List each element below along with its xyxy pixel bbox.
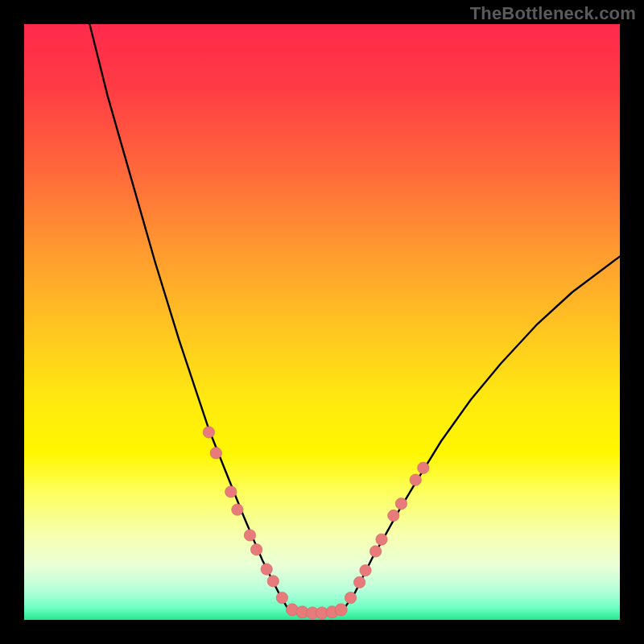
data-dot — [360, 564, 371, 576]
data-dot — [267, 576, 279, 587]
data-dot — [250, 543, 262, 555]
data-dot — [210, 448, 221, 459]
curve-svg — [24, 24, 620, 620]
data-dot — [232, 504, 243, 515]
data-dot — [410, 474, 421, 485]
data-dot — [203, 427, 214, 438]
data-dot — [418, 462, 429, 473]
data-dot — [276, 592, 287, 603]
data-dot — [225, 486, 237, 497]
data-dot — [244, 530, 255, 541]
data-dot — [261, 564, 272, 575]
chart-stage: TheBottleneck.com — [0, 0, 644, 644]
data-dot — [353, 576, 365, 588]
data-dot — [345, 592, 356, 603]
data-dot — [395, 498, 407, 510]
watermark-text: TheBottleneck.com — [470, 3, 636, 24]
bottleneck-curve — [89, 24, 620, 613]
data-dot — [369, 546, 381, 557]
data-dot — [388, 510, 399, 521]
data-dots — [203, 427, 429, 619]
data-dot — [376, 534, 387, 545]
plot-frame — [24, 24, 620, 620]
data-dot — [335, 604, 347, 616]
